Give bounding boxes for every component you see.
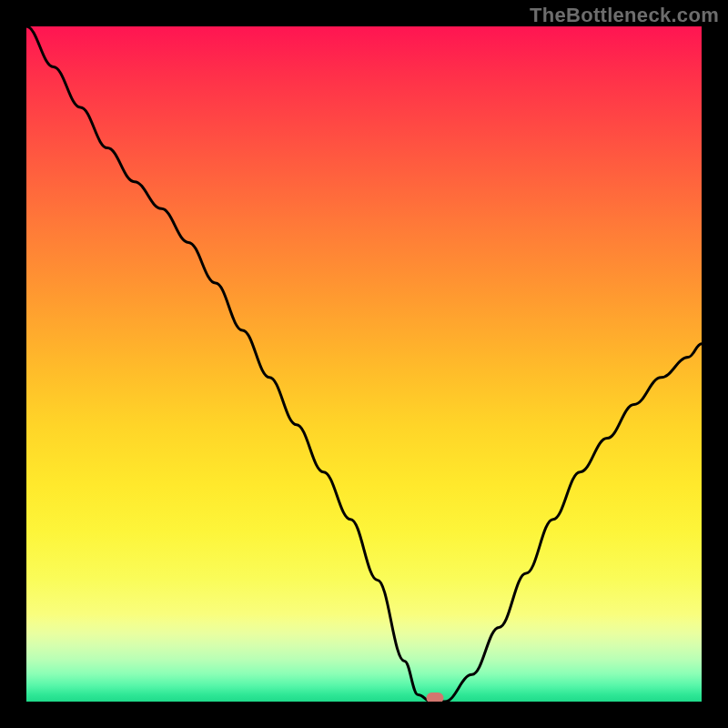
optimal-marker — [426, 693, 443, 702]
chart-frame: TheBottleneck.com — [0, 0, 728, 728]
curve-svg — [26, 26, 702, 702]
watermark-text: TheBottleneck.com — [530, 4, 719, 27]
bottleneck-curve — [26, 26, 702, 702]
plot-area — [26, 26, 702, 702]
